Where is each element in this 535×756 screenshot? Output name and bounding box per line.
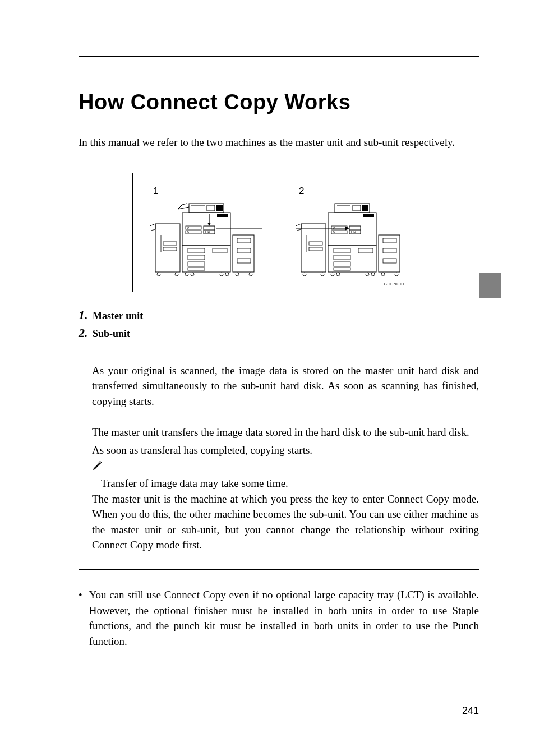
- svg-rect-56: [309, 247, 322, 251]
- svg-rect-3: [216, 205, 223, 211]
- legend-label-2: Sub-unit: [93, 328, 130, 339]
- memory-after-a: The master unit is the machine at which …: [92, 493, 332, 505]
- svg-point-74: [381, 273, 385, 276]
- figure-box: 1: [132, 173, 425, 292]
- svg-rect-45: [328, 213, 376, 245]
- copier-illustration-2: HD: [296, 201, 408, 280]
- figure-container: 1: [79, 173, 479, 292]
- bullet-text: You can still use Connect Copy even if n…: [89, 587, 479, 649]
- svg-point-69: [321, 273, 324, 276]
- svg-rect-50: [331, 226, 347, 229]
- svg-text:HD: HD: [205, 230, 210, 233]
- rule-strong: [79, 569, 479, 570]
- scan-section: As your original is scanned, the image d…: [92, 363, 479, 409]
- svg-rect-44: [362, 205, 368, 211]
- legend-item-2: 2. Sub-unit: [79, 326, 479, 340]
- figure-caption: GCCNCT1E: [150, 282, 408, 286]
- svg-point-13: [187, 231, 189, 233]
- memory-section: The master unit transfers the image data…: [92, 425, 479, 553]
- svg-rect-14: [155, 224, 180, 272]
- note-pencil-icon: [92, 460, 103, 473]
- top-rule: [79, 56, 479, 57]
- rule-thin: [79, 577, 479, 577]
- memory-paragraph-1: The master unit transfers the image data…: [92, 425, 479, 440]
- svg-rect-63: [334, 268, 350, 270]
- figure-unit-1: 1: [150, 186, 262, 280]
- intro-paragraph: In this manual we refer to the two machi…: [79, 135, 479, 150]
- svg-rect-19: [188, 248, 205, 253]
- svg-text:HD: HD: [351, 230, 356, 233]
- svg-point-31: [191, 273, 194, 276]
- legend-item-1: 1. Master unit: [79, 308, 479, 322]
- svg-rect-25: [237, 238, 251, 243]
- svg-rect-62: [334, 262, 350, 266]
- figure-unit-2: 2: [296, 186, 408, 280]
- bullet-marker: •: [79, 587, 82, 649]
- svg-rect-21: [188, 255, 205, 260]
- page-title: How Connect Copy Works: [79, 90, 479, 114]
- svg-rect-22: [188, 262, 205, 266]
- svg-point-30: [185, 273, 188, 276]
- svg-point-29: [175, 273, 178, 276]
- svg-rect-58: [328, 245, 376, 272]
- svg-rect-54: [301, 224, 326, 272]
- svg-rect-65: [383, 238, 396, 243]
- svg-rect-61: [334, 255, 350, 260]
- svg-rect-10: [186, 226, 201, 229]
- svg-point-32: [220, 273, 223, 276]
- legend-num-1: 1.: [79, 308, 88, 322]
- section-tab: [479, 273, 501, 298]
- svg-rect-46: [363, 214, 374, 217]
- svg-rect-12: [186, 231, 201, 234]
- svg-point-72: [366, 273, 369, 276]
- memory-paragraph-2: As soon as transferal has completed, cop…: [92, 442, 479, 458]
- figure-label-2: 2: [299, 186, 304, 197]
- svg-rect-27: [237, 259, 251, 263]
- svg-point-71: [336, 273, 340, 276]
- svg-rect-20: [213, 248, 227, 253]
- legend-label-1: Master unit: [93, 310, 143, 321]
- svg-rect-23: [188, 268, 205, 270]
- svg-point-73: [371, 273, 375, 276]
- svg-point-34: [236, 273, 239, 276]
- legend-num-2: 2.: [79, 326, 88, 340]
- svg-point-11: [187, 227, 189, 228]
- svg-point-68: [303, 273, 306, 276]
- memory-note: Transfer of image data may take some tim…: [101, 476, 479, 491]
- svg-point-75: [395, 273, 398, 276]
- copier-illustration-1: HD: [150, 201, 262, 280]
- svg-point-70: [331, 273, 334, 276]
- svg-point-33: [225, 273, 229, 276]
- svg-rect-5: [182, 213, 230, 245]
- svg-rect-2: [207, 205, 215, 211]
- svg-rect-6: [217, 214, 228, 217]
- svg-rect-18: [182, 245, 230, 272]
- svg-marker-37: [207, 223, 211, 226]
- svg-rect-15: [163, 242, 177, 245]
- scan-paragraph: As your original is scanned, the image d…: [92, 363, 479, 409]
- svg-rect-66: [383, 248, 396, 253]
- svg-rect-43: [353, 205, 361, 211]
- bullet-paragraph: • You can still use Connect Copy even if…: [79, 587, 479, 649]
- svg-point-53: [333, 231, 335, 233]
- svg-rect-59: [334, 248, 350, 253]
- svg-rect-16: [163, 247, 177, 251]
- svg-point-28: [157, 273, 160, 276]
- svg-rect-52: [331, 231, 347, 234]
- memory-after-paragraph: The master unit is the machine at which …: [92, 491, 479, 553]
- svg-rect-67: [383, 259, 396, 263]
- page-number: 241: [462, 705, 479, 717]
- svg-point-35: [249, 273, 252, 276]
- svg-rect-55: [309, 242, 322, 245]
- figure-legend: 1. Master unit 2. Sub-unit: [79, 308, 479, 340]
- figure-label-1: 1: [153, 186, 158, 197]
- svg-rect-60: [358, 248, 373, 253]
- svg-rect-26: [237, 248, 251, 253]
